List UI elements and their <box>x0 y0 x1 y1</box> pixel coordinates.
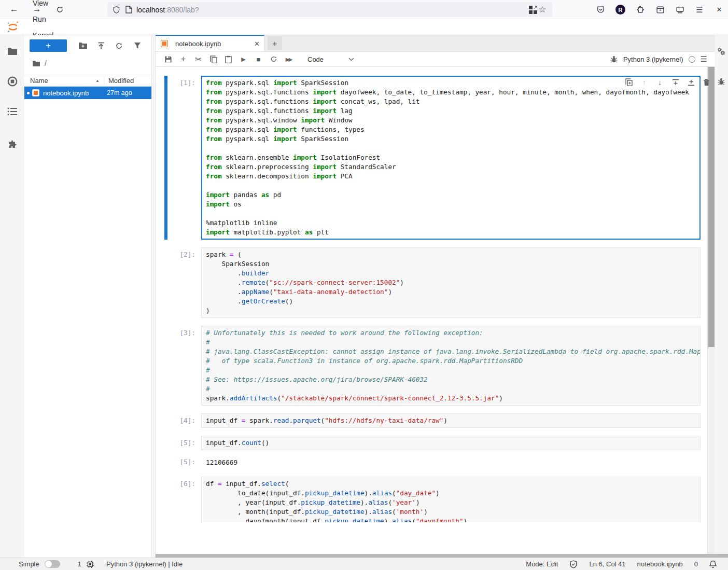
stop-kernel-icon[interactable]: ■ <box>251 53 266 66</box>
cell-collapser[interactable] <box>164 247 167 318</box>
filter-icon[interactable] <box>128 39 146 52</box>
folder-icon <box>32 60 40 67</box>
column-modified-label[interactable]: Modified <box>104 77 151 85</box>
save-icon[interactable] <box>161 53 176 66</box>
statusbar-filename[interactable]: notebook.ipynb <box>637 560 683 568</box>
cell-editor[interactable]: input_df.count() <box>201 436 701 450</box>
file-modified: 27m ago <box>107 89 151 96</box>
tab-close-icon[interactable]: ✕ <box>254 40 260 48</box>
pocket-icon[interactable] <box>596 5 605 15</box>
url-text[interactable]: localhost:8080/lab? <box>136 6 199 14</box>
back-icon[interactable]: ← <box>6 2 22 17</box>
kernel-status-label[interactable]: Python 3 (ipykernel) | Idle <box>106 560 183 568</box>
new-launcher-button[interactable]: + <box>30 39 67 52</box>
table-of-contents-tab-icon[interactable] <box>0 100 24 123</box>
cell-editor[interactable]: # Unfortunately this is needed to work a… <box>201 326 701 406</box>
toolbar-overflow-icon[interactable]: ☰ <box>701 54 707 64</box>
insert-cell-icon[interactable]: + <box>176 53 191 66</box>
panel-resize-handle[interactable] <box>151 35 156 558</box>
trusted-shield-icon[interactable] <box>569 560 578 568</box>
page-icon[interactable] <box>125 6 132 13</box>
extensions-manager-tab-icon[interactable] <box>0 133 24 157</box>
new-tab-button[interactable]: + <box>268 36 282 50</box>
code-cell[interactable]: [3]:# Unfortunately this is needed to wo… <box>156 326 715 406</box>
refresh-icon[interactable] <box>110 39 129 52</box>
code-cell[interactable]: ↑↓[1]:from pyspark.sql import SparkSessi… <box>156 76 715 240</box>
sidebar-panel-icon[interactable] <box>675 5 684 15</box>
cursor-position[interactable]: Ln 6, Col 41 <box>589 560 625 568</box>
debugger-tab-icon[interactable] <box>715 69 728 93</box>
archive-icon[interactable] <box>655 5 665 15</box>
cell-editor[interactable]: input_df = spark.read.parquet("hdfs://hd… <box>201 413 701 428</box>
upload-icon[interactable] <box>92 39 110 52</box>
code-cell[interactable]: [6]:df = input_df.select( to_date(input_… <box>156 477 715 522</box>
duplicate-cell-icon[interactable] <box>625 78 633 86</box>
insert-cell-below-icon[interactable] <box>687 78 695 86</box>
notebook-file-icon <box>32 89 39 96</box>
status-bar: Simple 1 Python 3 (ipykernel) | Idle Mod… <box>0 558 728 570</box>
new-folder-icon[interactable] <box>74 39 92 52</box>
column-name-label[interactable]: Name <box>30 77 48 85</box>
menu-run[interactable]: Run <box>26 11 66 27</box>
hamburger-menu-icon[interactable]: ☰ <box>695 5 704 15</box>
move-cell-down-icon[interactable]: ↓ <box>656 78 664 86</box>
run-cell-icon[interactable]: ▶ <box>236 53 251 66</box>
sort-ascending-icon[interactable]: ▲ <box>95 78 100 83</box>
file-browser-tab-icon[interactable] <box>0 39 24 63</box>
bell-icon[interactable] <box>709 560 717 568</box>
browser-toolbar: ← → localhost:8080/lab? ↗ ☆ R ☰ ✕ <box>0 0 728 19</box>
right-activity-bar <box>715 35 728 558</box>
cut-cells-icon[interactable]: ✂ <box>191 53 206 66</box>
mode-indicator[interactable]: Mode: Edit <box>526 560 558 568</box>
account-avatar[interactable]: R <box>615 5 625 15</box>
close-icon[interactable]: ✕ <box>715 5 724 15</box>
move-cell-up-icon[interactable]: ↑ <box>640 78 648 86</box>
input-prompt: [5]: <box>156 436 201 450</box>
breadcrumb-root[interactable]: / <box>45 59 47 67</box>
menu-view[interactable]: View <box>26 0 66 11</box>
notebook-tab[interactable]: notebook.ipynb ✕ <box>156 35 264 51</box>
cell-collapser[interactable] <box>164 477 167 522</box>
property-inspector-tab-icon[interactable] <box>715 39 728 63</box>
kernel-status-icon[interactable] <box>689 56 695 63</box>
kernel-sessions-icon[interactable] <box>87 561 94 568</box>
bookmark-star-icon[interactable]: ☆ <box>538 5 547 15</box>
paste-cells-icon[interactable] <box>221 53 236 66</box>
cell-editor[interactable]: df = input_df.select( to_date(input_df.p… <box>201 477 701 522</box>
delete-cell-icon[interactable] <box>703 78 710 86</box>
kernel-count[interactable]: 1 <box>78 560 81 568</box>
input-prompt: [1]: <box>156 76 201 240</box>
copy-cells-icon[interactable] <box>206 53 221 66</box>
cell-collapser[interactable] <box>164 76 167 240</box>
cell-collapser[interactable] <box>164 436 167 450</box>
jupyter-logo-icon <box>6 21 20 33</box>
cell-collapser[interactable] <box>164 326 167 406</box>
running-kernel-dot <box>27 92 30 94</box>
url-bar[interactable]: localhost:8080/lab? ↗ ☆ <box>107 2 552 17</box>
cell-editor[interactable]: spark = ( SparkSession .builder .remote(… <box>201 247 701 318</box>
debugger-bug-icon[interactable] <box>610 55 618 63</box>
vertical-scrollbar[interactable] <box>707 67 715 554</box>
kernel-name-label[interactable]: Python 3 (ipykernel) <box>623 55 683 63</box>
cell-type-dropdown[interactable]: Code <box>307 55 354 63</box>
horizontal-scrollbar[interactable] <box>156 554 728 558</box>
menu-bar: FileEditViewRunKernelTabsSettingsHelp <box>0 19 728 35</box>
insert-cell-above-icon[interactable] <box>671 78 679 86</box>
code-cell[interactable]: [5]:input_df.count() <box>156 436 715 450</box>
containers-grid-icon[interactable]: ↗ <box>528 5 538 15</box>
scrollbar-thumb[interactable] <box>708 67 715 347</box>
code-cell[interactable]: [4]:input_df = spark.read.parquet("hdfs:… <box>156 413 715 428</box>
restart-run-all-icon[interactable]: ▶▶ <box>281 53 296 66</box>
file-row[interactable]: notebook.ipynb27m ago <box>24 87 151 99</box>
notification-count[interactable]: 0 <box>694 560 698 568</box>
extensions-icon[interactable] <box>636 5 645 15</box>
cell-output: [5]:12106669 <box>156 458 715 467</box>
restart-kernel-icon[interactable] <box>266 53 281 66</box>
simple-mode-toggle[interactable] <box>45 560 60 568</box>
shield-icon[interactable] <box>113 6 120 14</box>
running-kernels-tab-icon[interactable] <box>0 69 24 93</box>
cell-collapser[interactable] <box>164 413 167 428</box>
code-cell[interactable]: [2]:spark = ( SparkSession .builder .rem… <box>156 247 715 318</box>
breadcrumb[interactable]: / <box>24 56 151 71</box>
cell-editor[interactable]: from pyspark.sql import SparkSessionfrom… <box>201 76 701 240</box>
